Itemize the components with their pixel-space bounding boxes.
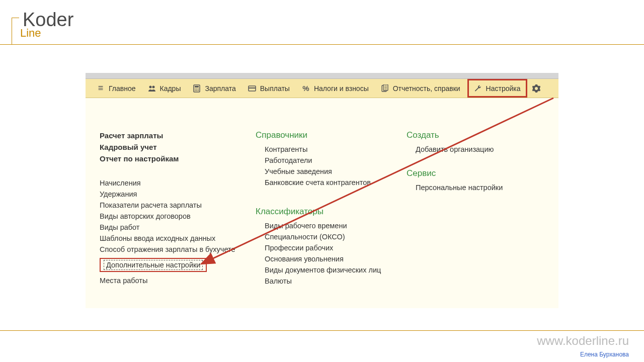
percent-icon: % bbox=[302, 84, 310, 93]
toolbar-label: Кадры bbox=[160, 84, 181, 93]
nav-item-currencies[interactable]: Валюты bbox=[256, 277, 396, 285]
nav-item-payroll-calc[interactable]: Расчет зарплаты bbox=[100, 131, 246, 140]
nav-item-additional-settings[interactable]: Дополнительные настройки bbox=[104, 260, 203, 270]
nav-item-worktime-types[interactable]: Виды рабочего времени bbox=[256, 222, 396, 230]
toolbar-label: Отчетность, справки bbox=[393, 84, 460, 93]
nav-item-specialties[interactable]: Специальности (ОКСО) bbox=[256, 233, 396, 241]
logo-sub-text: Line bbox=[20, 27, 41, 40]
toolbar-label: Настройка bbox=[486, 84, 521, 93]
toolbar-label: Налоги и взносы bbox=[314, 84, 369, 93]
nav-item-dismissal-grounds[interactable]: Основания увольнения bbox=[256, 255, 396, 263]
nav-item-deductions[interactable]: Удержания bbox=[100, 190, 246, 198]
nav-item-personnel-accounting[interactable]: Кадровый учет bbox=[100, 143, 246, 151]
section-header-classifiers: Классификаторы bbox=[256, 207, 396, 217]
footer-url: www.koderline.ru bbox=[537, 334, 629, 348]
toolbar-item-payouts[interactable]: Выплаты bbox=[242, 79, 296, 98]
nav-item-accruals[interactable]: Начисления bbox=[100, 179, 246, 187]
decorative-border bbox=[0, 330, 644, 331]
section-header-directories: Справочники bbox=[256, 130, 396, 140]
logo: Koder Line bbox=[23, 9, 73, 31]
toolbar-item-settings[interactable]: Настройка bbox=[467, 79, 527, 98]
nav-item-author-contracts[interactable]: Виды авторских договоров bbox=[100, 212, 246, 220]
svg-point-5 bbox=[196, 88, 197, 89]
nav-item-counterparties[interactable]: Контрагенты bbox=[256, 145, 396, 153]
main-toolbar: ≡ Главное Кадры Зарплата Выплаты % Налог… bbox=[86, 79, 558, 98]
highlight-additional-settings: Дополнительные настройки bbox=[100, 258, 207, 272]
calculator-icon bbox=[193, 84, 201, 93]
nav-item-educational-institutions[interactable]: Учебные заведения bbox=[256, 167, 396, 175]
toolbar-label: Главное bbox=[109, 84, 136, 93]
menu-icon: ≡ bbox=[97, 83, 105, 94]
nav-item-personal-settings[interactable]: Персональные настройки bbox=[407, 184, 522, 192]
svg-point-0 bbox=[149, 86, 151, 88]
column-3: Создать Добавить организацию Сервис Перс… bbox=[407, 128, 522, 288]
decorative-border bbox=[12, 18, 12, 44]
nav-item-bank-accounts[interactable]: Банковские счета контрагентов bbox=[256, 178, 396, 187]
people-icon bbox=[148, 84, 156, 93]
nav-item-payroll-indicators[interactable]: Показатели расчета зарплаты bbox=[100, 201, 246, 209]
wrench-icon bbox=[474, 84, 482, 93]
report-icon bbox=[381, 84, 389, 93]
svg-point-6 bbox=[198, 88, 199, 89]
app-titlebar[interactable] bbox=[86, 73, 558, 79]
toolbar-item-salary[interactable]: Зарплата bbox=[187, 79, 242, 98]
toolbar-label: Выплаты bbox=[260, 84, 290, 93]
toolbar-item-personnel[interactable]: Кадры bbox=[142, 79, 187, 98]
svg-point-4 bbox=[195, 88, 196, 89]
nav-item-person-documents[interactable]: Виды документов физических лиц bbox=[256, 266, 396, 274]
section-header-service: Сервис bbox=[407, 168, 522, 178]
nav-item-settings-report[interactable]: Отчет по настройкам bbox=[100, 154, 246, 163]
svg-point-7 bbox=[195, 90, 196, 91]
toolbar-label: Зарплата bbox=[205, 84, 235, 93]
nav-item-input-templates[interactable]: Шаблоны ввода исходных данных bbox=[100, 234, 246, 242]
content-area: Расчет зарплаты Кадровый учет Отчет по н… bbox=[86, 98, 558, 308]
toolbar-item-reports[interactable]: Отчетность, справки bbox=[375, 79, 466, 98]
nav-item-salary-reflection[interactable]: Способ отражения зарплаты в бухучете bbox=[100, 245, 246, 253]
nav-item-employers[interactable]: Работодатели bbox=[256, 156, 396, 164]
nav-item-worker-professions[interactable]: Профессии рабочих bbox=[256, 244, 396, 252]
section-header-create: Создать bbox=[407, 130, 522, 140]
decorative-border bbox=[12, 18, 19, 18]
decorative-border bbox=[0, 44, 644, 45]
app-window: ≡ Главное Кадры Зарплата Выплаты % Налог… bbox=[86, 73, 558, 308]
column-2: Справочники Контрагенты Работодатели Уче… bbox=[256, 128, 396, 288]
svg-point-1 bbox=[152, 86, 154, 88]
toolbar-item-main[interactable]: ≡ Главное bbox=[91, 79, 142, 98]
svg-point-8 bbox=[196, 90, 197, 91]
nav-item-workplaces[interactable]: Места работы bbox=[100, 277, 246, 285]
nav-item-add-organization[interactable]: Добавить организацию bbox=[407, 145, 522, 153]
nav-item-work-types[interactable]: Виды работ bbox=[100, 223, 246, 231]
svg-rect-11 bbox=[249, 87, 256, 88]
toolbar-item-taxes[interactable]: % Налоги и взносы bbox=[296, 79, 375, 98]
svg-rect-3 bbox=[195, 86, 199, 87]
svg-point-9 bbox=[198, 90, 199, 91]
footer-author: Елена Бурханова bbox=[580, 351, 629, 358]
card-icon bbox=[248, 84, 256, 93]
gear-icon[interactable] bbox=[532, 84, 540, 93]
column-1: Расчет зарплаты Кадровый учет Отчет по н… bbox=[100, 128, 246, 288]
